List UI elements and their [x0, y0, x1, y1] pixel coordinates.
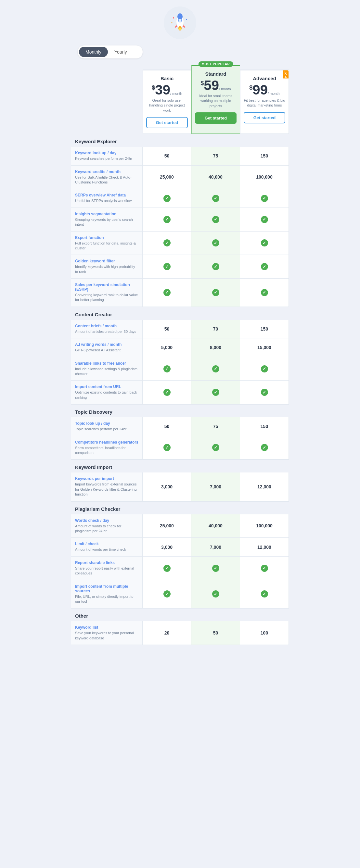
- svg-point-10: [172, 22, 173, 23]
- feature-name-2-0: Topic look up / day: [75, 421, 139, 426]
- feature-desc-0-1: Use for Bulk Allintitle Check & Auto-Clu…: [75, 175, 139, 185]
- basic-desc: Great for solo user handling single proj…: [146, 98, 188, 113]
- check-icon-1-3-2: ✓: [261, 389, 268, 396]
- feature-label-0-0: Keyword look up / day Keyword searches p…: [71, 147, 143, 165]
- feature-label-0-2: SERPs overview Ahref data Useful for SER…: [71, 189, 143, 208]
- feature-value-0-4-0: ✓: [143, 231, 191, 255]
- feature-value-2-0-2: 150: [240, 417, 289, 436]
- check-icon-0-6-2: ✓: [261, 289, 268, 296]
- basic-get-started[interactable]: Get started: [146, 117, 188, 128]
- feature-value-0-6-1: ✓: [191, 279, 240, 307]
- feature-name-0-6: Sales per keyword simulation (ESKP): [75, 282, 139, 291]
- feature-value-5-0-0: 20: [143, 621, 191, 645]
- feature-name-4-1: Limit / check: [75, 541, 139, 546]
- feature-value-0-2-1: ✓: [191, 189, 240, 208]
- billing-toggle[interactable]: Monthly Yearly: [78, 45, 143, 58]
- feature-value-0-5-0: ✓: [143, 255, 191, 279]
- feature-desc-2-1: Show competitors' headlines for comparis…: [75, 445, 139, 456]
- feature-value-1-1-1: 8,000: [191, 338, 240, 357]
- feature-name-4-2: Report sharable links: [75, 560, 139, 565]
- feature-value-2-0-0: 50: [143, 417, 191, 436]
- feature-value-1-1-2: 15,000: [240, 338, 289, 357]
- hot-badge: HOT: [283, 70, 289, 79]
- feature-value-1-3-1: ✓: [191, 380, 240, 404]
- feature-value-5-0-2: 100: [240, 621, 289, 645]
- feature-value-1-0-0: 50: [143, 320, 191, 338]
- feature-value-0-5-2: ✓: [240, 255, 289, 279]
- advanced-get-started[interactable]: Get started: [244, 112, 285, 123]
- check-icon-1-2-1: ✓: [212, 365, 219, 372]
- feature-name-3-0: Keywords per import: [75, 476, 139, 481]
- most-popular-badge: MOST POPULAR: [199, 61, 233, 67]
- check-icon-0-4-2: ✓: [261, 239, 268, 246]
- feature-label-1-0: Content briefs / month Amount of article…: [71, 320, 143, 338]
- check-icon-0-5-1: ✓: [212, 263, 219, 270]
- feature-desc-4-2: Share your report easily with external c…: [75, 566, 139, 576]
- check-icon-0-2-0: ✓: [163, 195, 171, 202]
- feature-name-1-2: Sharable links to freelancer: [75, 361, 139, 366]
- yearly-toggle[interactable]: Yearly: [108, 47, 133, 57]
- feature-desc-1-2: Include allowance settings & plagiarism …: [75, 367, 139, 377]
- feature-label-4-1: Limit / check Amount of words per time c…: [71, 538, 143, 556]
- check-icon-4-3-1: ✓: [212, 590, 219, 597]
- check-icon-0-5-2: ✓: [261, 263, 268, 270]
- feature-desc-4-0: Amount of words to check for plagiarism …: [75, 524, 139, 534]
- feature-value-0-0-2: 150: [240, 147, 289, 165]
- section-header-5: Other: [71, 608, 289, 621]
- check-icon-4-3-0: ✓: [163, 590, 171, 597]
- check-icon-0-4-1: ✓: [212, 239, 219, 246]
- feature-label-2-1: Competitors headlines generators Show co…: [71, 436, 143, 460]
- feature-value-1-2-2: ✓: [240, 357, 289, 381]
- feature-value-0-2-0: ✓: [143, 189, 191, 208]
- feature-value-1-1-0: 5,000: [143, 338, 191, 357]
- feature-name-0-3: Insights segmentation: [75, 212, 139, 216]
- check-icon-4-2-0: ✓: [163, 565, 171, 572]
- feature-desc-0-4: Full export function for data, insights …: [75, 241, 139, 251]
- feature-desc-1-1: GPT-3 powered A.I Assistant: [75, 348, 139, 353]
- feature-value-0-0-1: 75: [191, 147, 240, 165]
- advanced-plan-name: Advanced: [244, 76, 285, 81]
- feature-value-4-0-2: 100,000: [240, 515, 289, 538]
- standard-desc: Ideal for small teams working on multipl…: [195, 94, 237, 108]
- feature-value-4-2-1: ✓: [191, 557, 240, 580]
- svg-point-3: [178, 19, 182, 22]
- plan-header-basic: Basic $ 39 / month Great for solo user h…: [143, 69, 191, 134]
- feature-value-0-6-2: ✓: [240, 279, 289, 307]
- feature-desc-3-0: Import keywords from external sources fo…: [75, 482, 139, 497]
- section-header-2: Topic Discovery: [71, 404, 289, 417]
- feature-desc-4-3: File, URL, or simply directly import to …: [75, 594, 139, 604]
- feature-name-4-3: Import content from multiple sources: [75, 584, 139, 593]
- feature-desc-0-0: Keyword searches perform per 24hr: [75, 156, 139, 161]
- feature-value-4-1-1: 7,000: [191, 538, 240, 556]
- standard-price: $ 59 / month: [195, 79, 237, 92]
- section-header-0: Keyword Explorer: [71, 134, 289, 147]
- feature-name-0-0: Keyword look up / day: [75, 151, 139, 155]
- check-icon-0-5-0: ✓: [163, 263, 171, 270]
- check-icon-0-3-1: ✓: [212, 216, 219, 223]
- feature-value-2-0-1: 75: [191, 417, 240, 436]
- check-icon-4-2-2: ✓: [261, 565, 268, 572]
- check-icon-0-3-2: ✓: [261, 216, 268, 223]
- advanced-price: $ 99 / month: [244, 83, 285, 97]
- feature-value-4-2-0: ✓: [143, 557, 191, 580]
- feature-value-3-0-1: 7,000: [191, 472, 240, 501]
- feature-value-4-1-0: 3,000: [143, 538, 191, 556]
- feature-label-4-0: Words check / day Amount of words to che…: [71, 515, 143, 538]
- standard-dollar: $: [201, 80, 204, 87]
- feature-label-4-3: Import content from multiple sources Fil…: [71, 580, 143, 609]
- feature-name-1-0: Content briefs / month: [75, 324, 139, 328]
- advanced-desc: Fit best for agencies & big digital mark…: [244, 98, 285, 108]
- plan-header-advanced: HOT Advanced $ 99 / month Fit best for a…: [240, 69, 289, 134]
- advanced-period: / month: [268, 92, 280, 95]
- feature-value-3-0-0: 3,000: [143, 472, 191, 501]
- check-icon-2-1-2: ✓: [261, 444, 268, 451]
- check-icon-0-6-0: ✓: [163, 289, 171, 296]
- monthly-toggle[interactable]: Monthly: [79, 47, 108, 57]
- basic-plan-name: Basic: [146, 76, 188, 81]
- section-header-4: Plagiarism Checker: [71, 501, 289, 515]
- feature-value-0-4-1: ✓: [191, 231, 240, 255]
- feature-name-2-1: Competitors headlines generators: [75, 440, 139, 444]
- feature-name-0-1: Keyword credits / month: [75, 169, 139, 174]
- feature-label-1-1: A.I writing words / month GPT-3 powered …: [71, 338, 143, 357]
- standard-get-started[interactable]: Get started: [195, 112, 237, 124]
